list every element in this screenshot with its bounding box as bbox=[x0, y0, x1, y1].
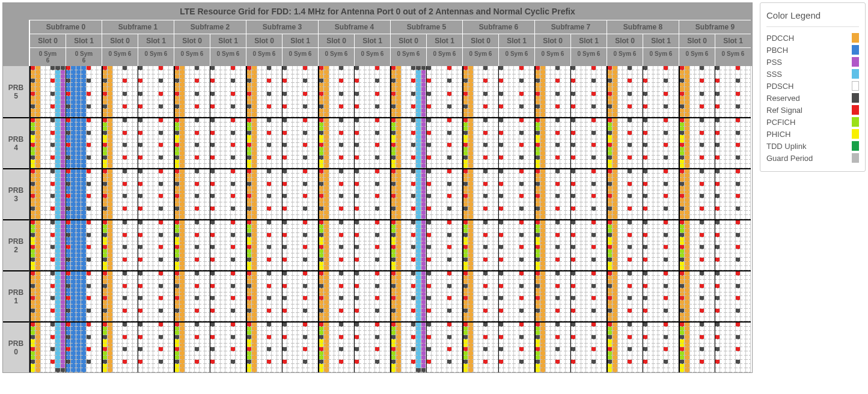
slot-grid bbox=[679, 219, 715, 270]
resource-element bbox=[432, 271, 436, 276]
resource-element bbox=[81, 347, 86, 351]
resource-element bbox=[602, 70, 607, 74]
resource-element bbox=[205, 160, 210, 164]
resource-element bbox=[272, 215, 277, 219]
resource-element bbox=[293, 368, 298, 372]
resource-element bbox=[504, 160, 509, 164]
resource-element bbox=[293, 360, 298, 364]
resource-element bbox=[452, 113, 457, 117]
resource-element bbox=[704, 127, 709, 131]
resource-element bbox=[628, 198, 632, 202]
resource-element bbox=[164, 339, 168, 344]
resource-element bbox=[308, 309, 313, 313]
resource-element bbox=[349, 198, 354, 202]
resource-element bbox=[319, 300, 324, 305]
resource-element bbox=[205, 331, 210, 335]
resource-element bbox=[530, 296, 534, 300]
resource-element bbox=[215, 66, 220, 70]
resource-element bbox=[103, 92, 108, 96]
resource-element bbox=[581, 229, 586, 233]
slot-grid bbox=[607, 66, 643, 117]
resource-element bbox=[704, 109, 709, 113]
resource-element bbox=[463, 292, 468, 297]
resource-element bbox=[272, 360, 277, 364]
resource-element bbox=[143, 220, 148, 225]
resource-element bbox=[741, 74, 745, 79]
resource-element bbox=[566, 70, 570, 74]
resource-element bbox=[262, 100, 267, 105]
resource-element bbox=[195, 100, 200, 105]
resource-element bbox=[303, 266, 308, 270]
resource-element bbox=[103, 202, 108, 207]
resource-element bbox=[524, 368, 529, 372]
resource-element bbox=[648, 169, 653, 174]
resource-element bbox=[602, 143, 607, 147]
resource-element bbox=[730, 92, 735, 96]
resource-element bbox=[329, 164, 334, 168]
resource-element bbox=[185, 182, 190, 186]
resource-element bbox=[488, 164, 493, 168]
resource-element bbox=[632, 241, 637, 246]
resource-element bbox=[628, 225, 632, 229]
resource-element bbox=[175, 339, 180, 344]
resource-element bbox=[457, 96, 462, 100]
resource-element bbox=[746, 296, 751, 300]
resource-element bbox=[427, 174, 432, 178]
resource-element bbox=[175, 109, 180, 113]
resource-element bbox=[35, 70, 40, 74]
resource-element bbox=[355, 113, 359, 117]
resource-element bbox=[653, 194, 658, 198]
resource-element bbox=[730, 105, 735, 109]
resource-element bbox=[488, 229, 493, 233]
resource-element bbox=[468, 174, 473, 178]
resource-element bbox=[452, 123, 457, 127]
resource-element bbox=[468, 229, 473, 233]
resource-element bbox=[648, 215, 653, 219]
resource-element bbox=[380, 300, 385, 305]
resource-element bbox=[653, 317, 658, 321]
resource-element bbox=[355, 331, 359, 335]
resource-element bbox=[190, 160, 195, 164]
resource-element bbox=[602, 147, 607, 151]
resource-element bbox=[509, 339, 514, 344]
resource-element bbox=[339, 164, 344, 168]
resource-element bbox=[411, 207, 416, 211]
resource-element bbox=[551, 169, 555, 174]
resource-element bbox=[133, 105, 138, 109]
resource-element bbox=[596, 229, 601, 233]
resource-element bbox=[329, 262, 334, 266]
resource-element bbox=[329, 241, 334, 246]
resource-element bbox=[370, 143, 374, 147]
resource-element bbox=[385, 198, 390, 202]
resource-element bbox=[658, 313, 663, 317]
resource-element bbox=[715, 105, 720, 109]
resource-element bbox=[375, 118, 380, 123]
resource-element bbox=[638, 96, 643, 100]
resource-element bbox=[546, 202, 551, 207]
resource-element bbox=[41, 323, 46, 327]
resource-element bbox=[524, 245, 529, 249]
resource-element bbox=[608, 288, 613, 292]
resource-element bbox=[452, 139, 457, 144]
resource-element bbox=[632, 135, 637, 139]
resource-element bbox=[406, 70, 411, 74]
resource-element bbox=[741, 305, 745, 309]
resource-element bbox=[741, 233, 745, 237]
resource-element bbox=[519, 331, 524, 335]
resource-element bbox=[241, 143, 246, 147]
resource-element bbox=[628, 323, 632, 327]
resource-element bbox=[329, 87, 334, 91]
resource-element bbox=[690, 100, 695, 105]
resource-element bbox=[591, 169, 596, 174]
resource-element bbox=[576, 182, 581, 186]
resource-element bbox=[175, 198, 180, 202]
resource-element bbox=[653, 143, 658, 147]
resource-element bbox=[478, 331, 483, 335]
resource-element bbox=[31, 237, 35, 241]
resource-element bbox=[159, 66, 164, 70]
resource-element bbox=[730, 356, 735, 360]
resource-element bbox=[225, 143, 230, 147]
resource-element bbox=[108, 360, 112, 364]
resource-element bbox=[648, 164, 653, 168]
resource-element bbox=[153, 147, 158, 151]
